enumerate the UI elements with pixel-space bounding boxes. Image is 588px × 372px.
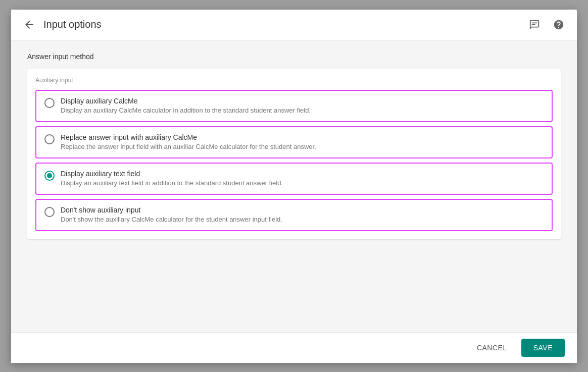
cancel-button[interactable]: CANCEL <box>467 339 517 357</box>
save-button[interactable]: SAVE <box>521 339 565 357</box>
radio-dont-show <box>44 207 55 217</box>
option-display-text-field[interactable]: Display auxiliary text field Display an … <box>35 163 553 195</box>
svg-rect-0 <box>532 22 537 23</box>
options-card: Auxiliary input Display auxiliary CalcMe… <box>27 69 561 240</box>
option-display-calcme[interactable]: Display auxiliary CalcMe Display an auxi… <box>35 90 553 122</box>
option2-label: Replace answer input with auxiliary Calc… <box>61 133 544 141</box>
option-replace-calcme[interactable]: Replace answer input with auxiliary Calc… <box>35 126 553 158</box>
option1-label: Display auxiliary CalcMe <box>61 97 544 105</box>
comment-button[interactable] <box>524 15 545 35</box>
option1-desc: Display an auxiliary CalcMe calculator i… <box>61 106 544 115</box>
section-title: Answer input method <box>27 52 561 61</box>
dialog-footer: CANCEL SAVE <box>11 332 577 363</box>
option4-desc: Don't show the auxiliary CalcMe calculat… <box>61 215 544 224</box>
radio-replace-calcme <box>44 134 55 144</box>
aux-input-label: Auxiliary input <box>35 77 553 84</box>
radio-display-text-field <box>44 171 55 181</box>
back-button[interactable] <box>19 15 39 35</box>
option-dont-show[interactable]: Don't show auxiliary input Don't show th… <box>35 199 553 231</box>
input-options-dialog: Input options Answer input method Auxili… <box>11 10 577 363</box>
help-button[interactable] <box>549 15 569 35</box>
radio-display-calcme <box>44 98 55 108</box>
dialog-header: Input options <box>11 10 577 40</box>
svg-rect-1 <box>532 24 535 25</box>
option3-desc: Display an auxiliary text field in addit… <box>61 179 544 188</box>
dialog-body: Answer input method Auxiliary input Disp… <box>11 40 577 332</box>
option3-label: Display auxiliary text field <box>61 170 544 178</box>
option2-desc: Replace the answer input field with an a… <box>61 142 544 151</box>
option4-label: Don't show auxiliary input <box>61 206 544 214</box>
header-icons <box>524 15 569 35</box>
dialog-title: Input options <box>43 19 524 30</box>
